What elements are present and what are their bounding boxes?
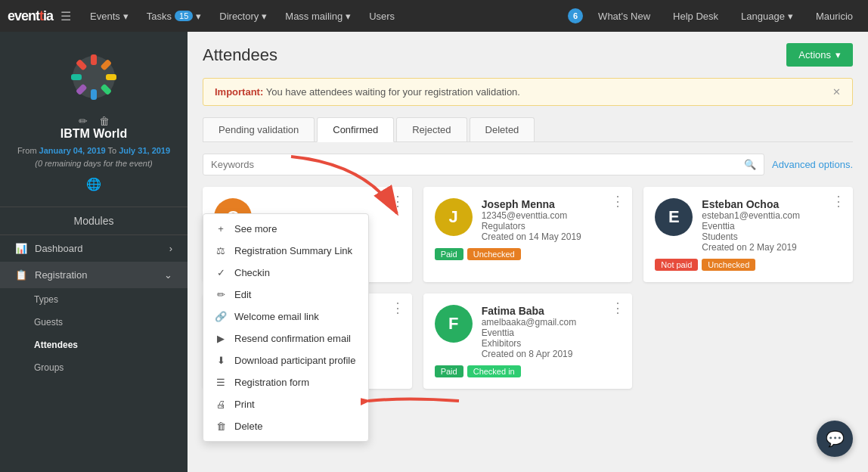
- card-group: Eventtia: [702, 221, 842, 231]
- page-title: Attendees: [203, 45, 277, 65]
- cards-grid: C Created on 2 May 2019 Paid Unchecked ⋮: [203, 187, 853, 389]
- svg-rect-3: [106, 74, 116, 80]
- form-icon: ☰: [215, 377, 227, 388]
- nav-mass-mailing[interactable]: Mass mailing ▾: [277, 8, 358, 25]
- card-header: J Joseph Menna 12345@eventtia.com Regula…: [435, 198, 622, 242]
- sidebar-item-dashboard[interactable]: 📊 Dashboard ›: [0, 235, 188, 262]
- print-icon: 🖨: [215, 399, 227, 410]
- dropdown-edit[interactable]: ✏ Edit: [203, 284, 368, 306]
- tag-checked-in: Checked in: [467, 365, 521, 377]
- main-content: Attendees Actions ▾ Important: You have …: [188, 32, 868, 472]
- sidebar-sub-groups[interactable]: Groups: [0, 356, 188, 379]
- sidebar-item-label: Dashboard: [35, 243, 83, 254]
- sidebar-sub-types[interactable]: Types: [0, 288, 188, 311]
- page-header: Attendees Actions ▾: [203, 43, 853, 67]
- card-org: Students: [702, 231, 842, 242]
- svg-rect-5: [91, 89, 97, 100]
- avatar: J: [435, 198, 473, 236]
- dropdown-registration-form[interactable]: ☰ Registration form: [203, 371, 368, 393]
- link-icon: 🔗: [215, 311, 227, 322]
- kebab-menu-icon[interactable]: ⋮: [391, 301, 405, 315]
- card-header: F Fatima Baba amelbaaka@gmail.com Eventt…: [435, 305, 622, 359]
- card-name: Fatima Baba: [482, 305, 622, 317]
- nav-whats-new[interactable]: What's New: [591, 8, 658, 25]
- sidebar-edit-icons: ✏ 🗑: [11, 115, 176, 127]
- alert-close-icon[interactable]: ✕: [832, 86, 841, 98]
- dropdown-delete[interactable]: 🗑 Delete: [203, 415, 368, 437]
- dropdown-menu: + See more ⚖ Registration Summary Link ✓…: [203, 213, 369, 442]
- card-group: Eventtia: [482, 328, 622, 338]
- registration-summary-icon: ⚖: [215, 245, 227, 256]
- tab-deleted[interactable]: Deleted: [470, 117, 535, 141]
- dropdown-checkin[interactable]: ✓ Checkin: [203, 262, 368, 284]
- sidebar-org-name: IBTM World: [11, 127, 176, 141]
- avatar: F: [435, 305, 473, 343]
- tab-rejected[interactable]: Rejected: [396, 117, 467, 141]
- delete-icon[interactable]: 🗑: [99, 115, 110, 127]
- send-icon: ▶: [215, 333, 227, 344]
- sidebar-item-label: Registration: [35, 269, 87, 281]
- whats-new-badge: 6: [568, 8, 583, 23]
- kebab-menu-icon[interactable]: ⋮: [611, 301, 625, 315]
- nav-tasks[interactable]: Tasks 15 ▾: [139, 8, 209, 25]
- card-name: Joseph Menna: [482, 198, 622, 210]
- sidebar-sub-attendees[interactable]: Attendees: [0, 334, 188, 356]
- sidebar: ✏ 🗑 IBTM World From January 04, 2019 To …: [0, 32, 188, 472]
- download-icon: ⬇: [215, 355, 227, 366]
- nav-user[interactable]: Mauricio: [808, 8, 860, 25]
- dropdown-welcome-email[interactable]: 🔗 Welcome email link: [203, 306, 368, 328]
- attendee-card-fatima: F Fatima Baba amelbaaka@gmail.com Eventt…: [423, 293, 633, 389]
- main-layout: ✏ 🗑 IBTM World From January 04, 2019 To …: [0, 32, 868, 472]
- card-tags: Paid Unchecked: [435, 248, 622, 260]
- card-email: esteban1@eventtia.com: [702, 210, 842, 221]
- dropdown-see-more[interactable]: + See more: [203, 218, 368, 240]
- dropdown-resend-confirmation[interactable]: ▶ Resend confirmation email: [203, 328, 368, 349]
- chat-bubble[interactable]: 💬: [817, 421, 853, 457]
- tab-confirmed[interactable]: Confirmed: [317, 117, 394, 142]
- avatar: E: [655, 198, 693, 236]
- card-tags: Not paid Unchecked: [655, 259, 842, 271]
- org-logo-image: [67, 51, 120, 104]
- search-input[interactable]: [211, 159, 738, 170]
- sidebar-logo: [64, 47, 124, 107]
- card-date: Created on 2 May 2019: [702, 242, 842, 253]
- app-logo: eventtia: [8, 8, 53, 24]
- attendee-card-joseph: J Joseph Menna 12345@eventtia.com Regula…: [423, 187, 633, 282]
- alert-prefix: Important:: [215, 86, 263, 98]
- hamburger-icon[interactable]: ☰: [60, 9, 71, 23]
- kebab-menu-icon[interactable]: ⋮: [832, 194, 845, 208]
- tab-pending-validation[interactable]: Pending validation: [203, 117, 315, 141]
- top-navigation: eventtia ☰ Events ▾ Tasks 15 ▾ Directory…: [0, 0, 868, 32]
- search-row: 🔍 Advanced options.: [203, 154, 853, 175]
- actions-button[interactable]: Actions ▾: [786, 43, 853, 67]
- card-org: Exhibitors: [482, 338, 622, 349]
- tag-paid: Paid: [435, 365, 463, 377]
- nav-language[interactable]: Language ▾: [733, 8, 801, 25]
- advanced-options-link[interactable]: Advanced options.: [772, 159, 853, 170]
- nav-users[interactable]: Users: [361, 8, 402, 25]
- modules-label: Modules: [0, 207, 188, 235]
- tag-not-paid: Not paid: [655, 259, 698, 271]
- sidebar-item-registration[interactable]: 📋 Registration ⌄: [0, 262, 188, 288]
- attendee-card-esteban: E Esteban Ochoa esteban1@eventtia.com Ev…: [643, 187, 853, 282]
- nav-events[interactable]: Events ▾: [82, 8, 136, 25]
- kebab-menu-icon[interactable]: ⋮: [611, 194, 625, 208]
- globe-icon[interactable]: 🌐: [11, 177, 176, 191]
- dropdown-download-profile[interactable]: ⬇ Download participant profile: [203, 349, 368, 371]
- card-group: Regulators: [482, 221, 622, 231]
- chevron-down-icon: ⌄: [164, 269, 172, 281]
- attendee-card-1: C Created on 2 May 2019 Paid Unchecked ⋮: [203, 187, 412, 282]
- sidebar-profile: ✏ 🗑 IBTM World From January 04, 2019 To …: [0, 32, 188, 207]
- chevron-right-icon: ›: [169, 243, 172, 254]
- dropdown-registration-summary[interactable]: ⚖ Registration Summary Link: [203, 240, 368, 262]
- dashboard-icon: 📊: [15, 243, 27, 254]
- dropdown-print[interactable]: 🖨 Print: [203, 393, 368, 415]
- nav-directory[interactable]: Directory ▾: [212, 8, 274, 25]
- edit-icon[interactable]: ✏: [79, 115, 88, 127]
- tag-paid: Paid: [435, 248, 463, 260]
- nav-right: 6 What's New Help Desk Language ▾ Mauric…: [568, 8, 860, 25]
- nav-help-desk[interactable]: Help Desk: [665, 8, 726, 25]
- kebab-menu-icon[interactable]: ⋮: [391, 194, 405, 208]
- card-email: amelbaaka@gmail.com: [482, 317, 622, 328]
- sidebar-sub-guests[interactable]: Guests: [0, 311, 188, 334]
